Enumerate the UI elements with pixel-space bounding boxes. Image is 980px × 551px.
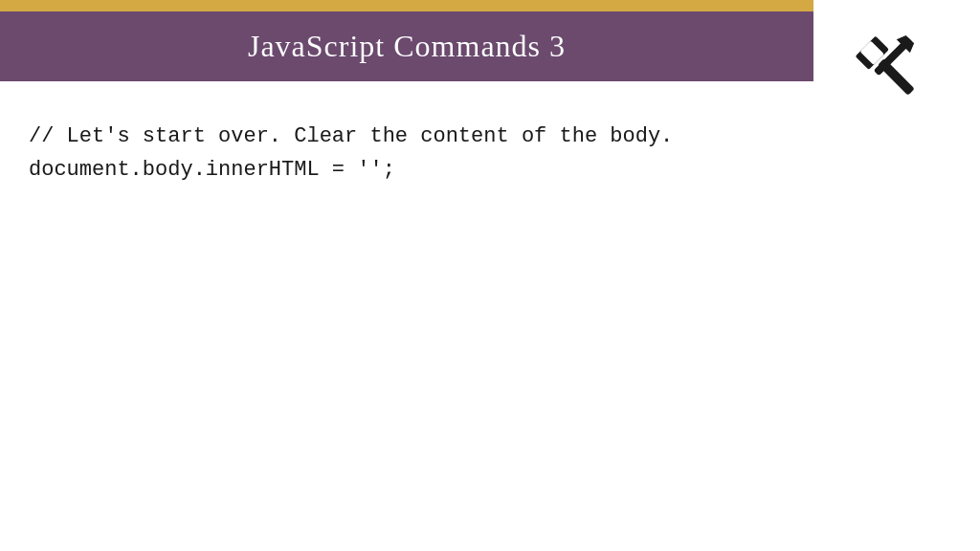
header-bar: JavaScript Commands 3 xyxy=(0,0,813,81)
code-area: // Let's start over. Clear the content o… xyxy=(0,81,980,225)
page-title: JavaScript Commands 3 xyxy=(248,29,566,63)
tools-icon[interactable] xyxy=(846,27,923,103)
code-line-2: document.body.innerHTML = ''; xyxy=(29,153,951,187)
title-bar: JavaScript Commands 3 xyxy=(0,11,813,81)
code-line-1: // Let's start over. Clear the content o… xyxy=(29,120,951,153)
yellow-stripe xyxy=(0,0,813,11)
